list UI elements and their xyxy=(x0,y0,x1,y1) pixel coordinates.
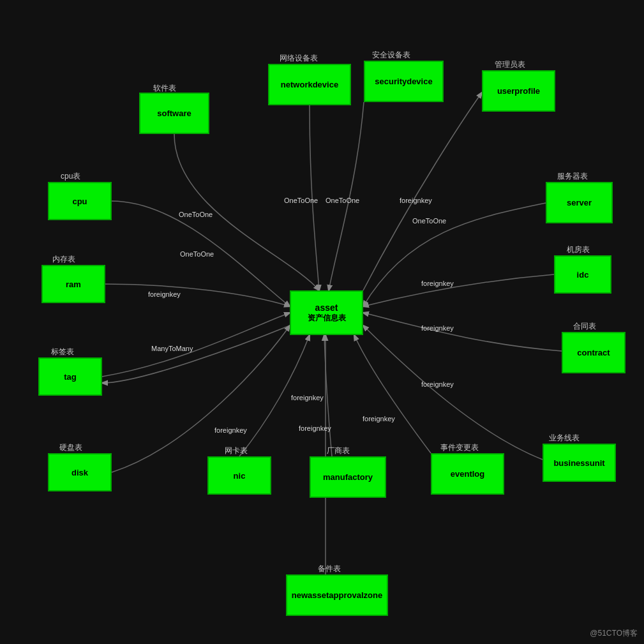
disk-node: disk xyxy=(48,453,112,491)
ram-node: ram xyxy=(41,265,105,303)
server-node: server xyxy=(546,182,613,223)
rel-foreignkey-1: foreignkey xyxy=(400,197,432,204)
nic-label: 网卡表 xyxy=(225,446,248,456)
idc-node: idc xyxy=(554,255,611,294)
rel-foreignkey-9: foreignkey xyxy=(363,415,395,423)
asset-sublabel: 资产信息表 xyxy=(308,313,346,324)
rel-onetoone-3: OneToOne xyxy=(284,197,318,204)
securitydevice-label: 安全设备表 xyxy=(372,50,410,61)
tag-node: tag xyxy=(38,357,102,396)
rel-onetoone-5: OneToOne xyxy=(412,217,446,225)
asset-node: asset 资产信息表 xyxy=(290,290,363,335)
rel-foreignkey-6: foreignkey xyxy=(291,394,324,401)
rel-foreignkey-4: foreignkey xyxy=(421,380,454,388)
userprofile-node: userprofile xyxy=(482,70,555,112)
rel-foreignkey-2: foreignkey xyxy=(421,280,454,287)
cpu-node: cpu xyxy=(48,182,112,220)
disk-label: 硬盘表 xyxy=(59,442,82,453)
contract-node: contract xyxy=(562,332,625,373)
rel-onetoone-2: OneToOne xyxy=(180,250,214,258)
rel-foreignkey-3: foreignkey xyxy=(421,324,454,332)
eventlog-label: 事件变更表 xyxy=(440,442,479,453)
watermark: @51CTO博客 xyxy=(590,628,638,639)
manufactory-label: 厂商表 xyxy=(327,446,350,456)
businessunit-label: 业务线表 xyxy=(549,433,580,444)
rel-onetoone-4: OneToOne xyxy=(326,197,359,204)
software-node: software xyxy=(139,93,209,134)
cpu-label: cpu表 xyxy=(61,171,80,182)
server-label: 服务器表 xyxy=(557,171,588,182)
asset-text: asset xyxy=(315,303,338,313)
networkdevice-node: networkdevice xyxy=(268,64,351,105)
contract-label: 合同表 xyxy=(573,321,596,332)
eventlog-node: eventlog xyxy=(431,453,504,495)
manufactory-node: manufactory xyxy=(310,456,386,498)
rel-foreignkey-5: foreignkey xyxy=(148,290,181,298)
businessunit-node: businessunit xyxy=(543,444,616,482)
software-label: 软件表 xyxy=(153,83,176,94)
userprofile-label: 管理员表 xyxy=(495,59,525,70)
idc-label: 机房表 xyxy=(567,244,590,255)
securitydevice-node: securitydevice xyxy=(364,61,444,102)
rel-foreignkey-8: foreignkey xyxy=(299,424,331,432)
rel-manytomany: ManyToMany xyxy=(151,345,193,352)
nic-node: nic xyxy=(207,456,271,495)
tag-label: 标签表 xyxy=(51,347,74,357)
rel-foreignkey-7: foreignkey xyxy=(214,426,247,434)
networkdevice-label: 网络设备表 xyxy=(280,53,318,64)
newassetapprovalzone-label: 备件表 xyxy=(318,564,341,574)
newassetapprovalzone-node: newassetapprovalzone xyxy=(286,574,388,616)
ram-label: 内存表 xyxy=(52,254,75,265)
rel-onetoone-1: OneToOne xyxy=(179,211,213,218)
